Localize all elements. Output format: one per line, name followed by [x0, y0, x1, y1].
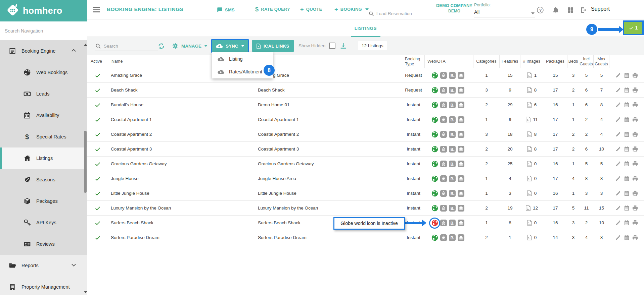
- load-reservation-input[interactable]: [376, 11, 427, 16]
- sync-menu-item-listing[interactable]: Listing: [212, 53, 273, 65]
- homestay-icon[interactable]: [458, 102, 464, 108]
- sidebar-item-web-bookings[interactable]: Web Bookings: [0, 62, 87, 83]
- web-globe-icon[interactable]: [431, 146, 438, 153]
- download-icon[interactable]: [340, 42, 347, 49]
- edit-pencil-icon[interactable]: [615, 190, 621, 196]
- calendar-icon[interactable]: [624, 176, 630, 181]
- refresh-icon[interactable]: [158, 43, 165, 50]
- listing-name[interactable]: Luxury Mansion by the Ocean: [111, 205, 171, 211]
- edit-pencil-icon[interactable]: [615, 72, 621, 78]
- listing-name[interactable]: Surfers Beach Shack: [111, 220, 153, 225]
- homestay-icon[interactable]: [458, 116, 464, 123]
- manage-button[interactable]: MANAGE: [172, 43, 208, 49]
- homestay-icon[interactable]: [458, 72, 464, 79]
- sidebar-scroll-down-arrow-icon[interactable]: [84, 291, 87, 293]
- calendar-icon[interactable]: [624, 117, 630, 122]
- bookingcom-icon[interactable]: B: [449, 131, 456, 138]
- airbnb-icon[interactable]: [440, 161, 447, 167]
- sidebar-item-packages[interactable]: Packages: [0, 190, 87, 212]
- sidebar-item-seasons[interactable]: Seasons: [0, 169, 87, 190]
- airbnb-icon[interactable]: [440, 190, 447, 197]
- bookingcom-icon[interactable]: B: [449, 220, 456, 226]
- edit-pencil-icon[interactable]: [615, 117, 621, 122]
- listing-name[interactable]: Coastal Apartment 3: [111, 146, 152, 152]
- web-globe-icon[interactable]: [431, 102, 438, 108]
- calendar-icon[interactable]: [624, 131, 630, 137]
- homestay-icon[interactable]: [458, 131, 464, 138]
- airbnb-icon[interactable]: [440, 116, 447, 123]
- print-icon[interactable]: [632, 235, 638, 240]
- bookingcom-icon[interactable]: B: [449, 175, 456, 182]
- sidebar-item-reports[interactable]: Reports: [0, 255, 87, 276]
- airbnb-icon[interactable]: [440, 175, 447, 182]
- listing-name[interactable]: Amazing Grace: [111, 73, 142, 78]
- sidebar-item-booking-engine[interactable]: Booking Engine: [0, 40, 87, 62]
- sidebar-search-input[interactable]: [0, 21, 87, 40]
- sidebar-item-reviews[interactable]: Reviews: [0, 233, 87, 255]
- sync-button[interactable]: SYNC: [212, 40, 248, 52]
- airbnb-icon[interactable]: [440, 87, 447, 94]
- support-link[interactable]: Support: [591, 6, 610, 12]
- nav-sms[interactable]: SMS: [217, 7, 235, 13]
- print-icon[interactable]: [632, 205, 638, 211]
- print-icon[interactable]: [632, 87, 638, 93]
- ical-links-button[interactable]: x ICAL LINKS: [252, 40, 294, 52]
- edit-pencil-icon[interactable]: [615, 87, 621, 93]
- bookingcom-icon[interactable]: B: [449, 72, 456, 79]
- sidebar-item-listings[interactable]: Listings: [0, 148, 87, 169]
- sidebar-item-special-rates[interactable]: $Special Rates: [0, 126, 87, 148]
- edit-pencil-icon[interactable]: [615, 176, 621, 181]
- tab-listings[interactable]: LISTINGS: [346, 19, 386, 37]
- listing-name[interactable]: Coastal Apartment 2: [111, 132, 152, 137]
- homestay-icon[interactable]: [458, 205, 464, 212]
- sidebar-search[interactable]: [0, 21, 87, 40]
- homestay-icon[interactable]: [458, 161, 464, 167]
- sidebar-scroll-up-arrow-icon[interactable]: [84, 44, 87, 46]
- edit-pencil-icon[interactable]: [615, 220, 621, 226]
- edit-pencil-icon[interactable]: [615, 102, 621, 108]
- edit-pencil-icon[interactable]: [615, 205, 621, 211]
- listing-name[interactable]: Coastal Apartment 1: [111, 117, 152, 122]
- calendar-icon[interactable]: [624, 87, 630, 93]
- airbnb-icon[interactable]: [440, 72, 447, 79]
- portfolio-select[interactable]: All: [474, 9, 535, 17]
- sidebar-item-leads[interactable]: Leads: [0, 83, 87, 105]
- print-icon[interactable]: [632, 161, 638, 167]
- airbnb-icon[interactable]: [440, 220, 447, 226]
- logout-icon[interactable]: [580, 6, 588, 14]
- print-icon[interactable]: [632, 220, 638, 226]
- calendar-icon[interactable]: [624, 190, 630, 196]
- bookingcom-icon[interactable]: B: [449, 161, 456, 167]
- edit-pencil-icon[interactable]: [615, 146, 621, 152]
- print-icon[interactable]: [632, 176, 638, 181]
- calendar-icon[interactable]: [624, 161, 630, 167]
- edit-pencil-icon[interactable]: [615, 235, 621, 240]
- airbnb-icon[interactable]: [440, 146, 447, 153]
- airbnb-icon[interactable]: [440, 205, 447, 212]
- table-search-field[interactable]: [95, 42, 158, 51]
- web-globe-icon[interactable]: [431, 234, 438, 241]
- homestay-icon[interactable]: [458, 175, 464, 182]
- logo[interactable]: homhero: [0, 0, 87, 21]
- listing-name[interactable]: Beach Shack: [111, 87, 138, 93]
- airbnb-icon[interactable]: [440, 234, 447, 241]
- homestay-icon[interactable]: [458, 234, 464, 241]
- web-globe-icon[interactable]: [431, 161, 438, 167]
- web-globe-icon[interactable]: [431, 116, 438, 123]
- web-globe-icon[interactable]: [431, 72, 438, 79]
- listing-name[interactable]: Surfers Paradise Dream: [111, 235, 159, 240]
- bookingcom-icon[interactable]: B: [449, 102, 456, 108]
- homestay-icon[interactable]: [458, 190, 464, 197]
- bookingcom-icon[interactable]: B: [449, 234, 456, 241]
- bookingcom-icon[interactable]: B: [449, 116, 456, 123]
- synced-count-button[interactable]: 1: [623, 20, 644, 35]
- listing-name[interactable]: Bundall's House: [111, 102, 143, 107]
- listing-name[interactable]: Gracious Gardens Getaway: [111, 161, 167, 166]
- show-hidden-checkbox[interactable]: [329, 43, 335, 49]
- web-globe-icon[interactable]: [431, 131, 438, 138]
- web-globe-icon[interactable]: [431, 205, 438, 212]
- web-globe-icon[interactable]: [431, 175, 438, 182]
- edit-pencil-icon[interactable]: [615, 131, 621, 137]
- calendar-icon[interactable]: [624, 102, 630, 108]
- calendar-icon[interactable]: [624, 72, 630, 78]
